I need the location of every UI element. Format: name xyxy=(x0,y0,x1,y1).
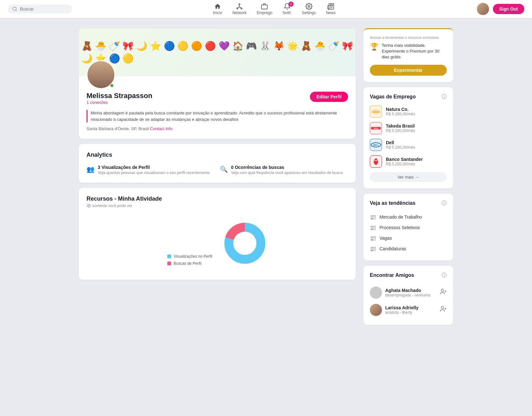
home-icon xyxy=(214,3,221,10)
aghata-info: Aghata Machado desempregada - nenhuma xyxy=(385,288,430,297)
tendencia-candidaturas[interactable]: 📰 Candidaturas xyxy=(370,244,447,254)
user-avatar[interactable] xyxy=(477,3,489,15)
donut-svg xyxy=(222,221,267,266)
notif-badge: 0 xyxy=(288,2,294,7)
tendencia-vagas[interactable]: 📰 Vagas xyxy=(370,233,447,244)
header-right: Sign Out xyxy=(477,3,524,15)
profile-name: Melissa Strapasson xyxy=(87,92,152,100)
premium-content: 🏆 Tenha mais visibilidade. Experimente o… xyxy=(370,43,447,60)
nav-news[interactable]: News xyxy=(326,3,336,15)
vaga-santander[interactable]: Banco Santander R$ 5.200,00/mês xyxy=(370,155,447,168)
news-icon-2: 📰 xyxy=(370,225,376,231)
ver-mais-button[interactable]: Ver mais → xyxy=(370,172,447,182)
dell-info: Dell R$ 5.200,00/mês xyxy=(386,140,415,150)
tendencias-info-icon[interactable]: ⓘ xyxy=(442,200,447,207)
svg-text:DELL: DELL xyxy=(373,144,379,146)
add-aghata-icon[interactable] xyxy=(440,288,447,297)
tendencias-card: Veja as tendências ⓘ 📰 Mercado de Trabal… xyxy=(363,194,453,261)
amigos-info-icon[interactable]: ⓘ xyxy=(442,272,447,279)
experimentar-button[interactable]: Experimentar xyxy=(370,65,447,76)
santander-logo xyxy=(370,155,382,168)
svg-line-1 xyxy=(16,10,17,11)
vaga-natura[interactable]: natura Natura Co. R$ 5.200,00/mês xyxy=(370,105,447,118)
banner-decoration: 🧸 🐣 🍼 🎀 🌙 ⭐ 🔵 🟡 🟠 🔴 💜 🏠 🎮 🐰 🦊 🌟 🧸 🐣 🍼 🎀 … xyxy=(79,28,356,76)
larissa-avatar xyxy=(370,304,382,316)
amigo-larissa: Larissa Adrielly analista - liberty xyxy=(370,301,447,319)
profile-avatar-wrap xyxy=(87,60,115,89)
nav-settings[interactable]: Settings xyxy=(302,3,316,15)
svg-point-9 xyxy=(308,5,310,7)
natura-info: Natura Co. R$ 5.200,00/mês xyxy=(386,107,415,116)
svg-point-2 xyxy=(239,4,240,5)
search-icon xyxy=(12,6,17,12)
santander-info: Banco Santander R$ 5.200,00/mês xyxy=(386,157,423,166)
svg-line-6 xyxy=(237,7,239,8)
nav-emprego[interactable]: Emprego xyxy=(257,3,272,15)
views-icon: 👥 xyxy=(87,165,95,173)
views-label: 3 Visualizações de Perfil xyxy=(98,165,210,170)
dell-logo: DELL xyxy=(370,139,382,151)
edit-profile-button[interactable]: Editar Perfil xyxy=(310,92,348,102)
svg-point-13 xyxy=(233,232,256,255)
gear-icon xyxy=(305,3,312,10)
legend-dot-views xyxy=(167,254,171,258)
tendencia-mercado[interactable]: 📰 Mercado de Trabalho xyxy=(370,212,447,222)
nav-network[interactable]: Network xyxy=(232,3,246,15)
nav-inicio[interactable]: Início xyxy=(213,3,222,15)
recursos-title: Recursos - Minha Atividade xyxy=(87,196,348,202)
signout-button[interactable]: Sign Out xyxy=(493,4,524,14)
search-bar[interactable] xyxy=(8,4,72,13)
svg-point-3 xyxy=(237,8,238,9)
vaga-takeda[interactable]: Takeda Takeda Brasil R$ 5.200,00/mês xyxy=(370,122,447,134)
analytics-item-views: 👥 3 Visualizações de Perfil Veja quantas… xyxy=(87,165,215,175)
vagas-card: Vagas de Emprego ⓘ natura Natura Co. R$ … xyxy=(363,87,453,188)
larissa-info: Larissa Adrielly analista - liberty xyxy=(385,305,419,315)
premium-text: Tenha mais visibilidade. Experimente o P… xyxy=(382,43,447,60)
svg-point-23 xyxy=(441,306,444,309)
vagas-title: Vagas de Emprego xyxy=(370,94,416,100)
views-desc: Veja quantas pessoas que visualizaram o … xyxy=(98,171,210,175)
amigo-aghata: Aghata Machado desempregada - nenhuma xyxy=(370,284,447,301)
add-larissa-icon[interactable] xyxy=(440,305,447,314)
takeda-logo-svg: Takeda xyxy=(371,126,381,130)
vagas-header: Vagas de Emprego ⓘ xyxy=(370,94,447,100)
news-icon-1: 📰 xyxy=(370,214,376,220)
searches-desc: Veja com qual frequência você apareceu e… xyxy=(231,171,343,175)
donut-chart xyxy=(222,221,267,266)
briefcase-icon xyxy=(261,3,268,10)
vagas-info-icon[interactable]: ⓘ xyxy=(442,94,447,100)
profile-location: Santa Bárbara d'Oeste, SP, Brasil Contac… xyxy=(87,126,348,131)
svg-point-4 xyxy=(241,8,242,9)
amigos-title: Encontrar Amigos xyxy=(370,272,414,278)
online-indicator xyxy=(110,83,114,88)
svg-text:natura: natura xyxy=(371,110,381,113)
tendencia-processos[interactable]: 📰 Processos Seletivos xyxy=(370,222,447,233)
premium-label: Acesso a ferramentas e recursos exclusiv… xyxy=(370,36,447,39)
nav-notif[interactable]: 0 Notif. xyxy=(283,3,292,15)
svg-rect-8 xyxy=(262,5,267,9)
connections-count[interactable]: 1 conexões xyxy=(87,100,152,105)
natura-logo: natura xyxy=(370,105,382,118)
chart-area: Visualizações no Perfil Buscas de Perfil xyxy=(87,214,348,272)
trophy-icon: 🏆 xyxy=(370,43,378,51)
profile-header-row: Melissa Strapasson 1 conexões Editar Per… xyxy=(87,92,348,109)
vaga-dell[interactable]: DELL Dell R$ 5.200,00/mês xyxy=(370,139,447,151)
search-input[interactable] xyxy=(20,6,65,12)
profile-bio: Minha abordagem é pautada pela busca con… xyxy=(87,110,348,122)
natura-logo-svg: natura xyxy=(371,107,381,116)
svg-line-7 xyxy=(239,7,241,8)
contact-info-link[interactable]: Contact Info xyxy=(150,126,172,131)
recursos-subtitle: somente você pode ver xyxy=(87,204,348,208)
tendencias-header: Veja as tendências ⓘ xyxy=(370,200,447,207)
takeda-logo: Takeda xyxy=(370,122,382,134)
searches-label: 0 Ocorrências de buscas xyxy=(231,165,343,170)
main-nav: Início Network Emprego 0 Notif. Settings… xyxy=(213,3,336,15)
chart-legend: Visualizações no Perfil Buscas de Perfil xyxy=(167,254,212,266)
legend-searches: Buscas de Perfil xyxy=(167,261,212,266)
svg-point-10 xyxy=(88,205,89,206)
dell-logo-svg: DELL xyxy=(370,142,381,148)
news-icon-4: 📰 xyxy=(370,246,376,252)
network-icon xyxy=(236,3,243,10)
amigos-header: Encontrar Amigos ⓘ xyxy=(370,272,447,279)
analytics-card: Analytics 👥 3 Visualizações de Perfil Ve… xyxy=(79,144,356,183)
